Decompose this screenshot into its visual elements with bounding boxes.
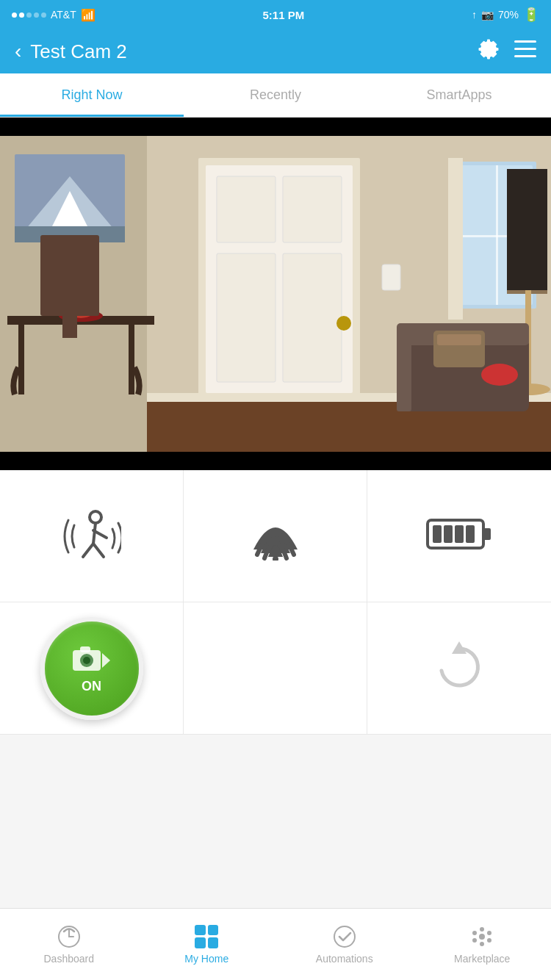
svg-point-42 [481,364,518,386]
dashboard-label: Dashboard [44,953,95,965]
nav-automations[interactable]: Automations [276,909,414,980]
menu-button[interactable] [514,40,536,63]
header: ‹ Test Cam 2 [0,29,551,73]
grid-dot-4 [208,937,219,948]
motion-sensor-cell[interactable] [0,470,184,602]
bluetooth-icon: 📷 [481,9,494,21]
svg-rect-25 [217,253,276,382]
tab-recently[interactable]: Recently [184,73,367,117]
svg-line-45 [93,523,96,544]
svg-rect-43 [382,264,400,290]
svg-rect-41 [437,334,481,345]
marketplace-label: Marketplace [454,953,510,965]
grid-dot-1 [195,925,206,936]
svg-marker-60 [102,653,110,668]
svg-rect-59 [80,646,90,652]
battery-cell[interactable] [367,470,551,602]
settings-button[interactable] [478,38,500,65]
nav-my-home[interactable]: My Home [138,909,276,980]
svg-rect-55 [466,525,475,543]
automations-label: Automations [316,953,373,965]
status-left: AT&T 📶 [12,8,96,22]
refresh-icon [430,638,489,696]
svg-point-64 [479,934,485,940]
wifi-icon: 📶 [81,8,96,22]
svg-rect-52 [433,525,442,543]
tabs: Right Now Recently SmartApps [0,73,551,118]
battery-icon-status: 🔋 [523,7,539,23]
back-button[interactable]: ‹ [15,41,21,62]
camera-on-button[interactable]: ON [40,617,143,720]
tab-smartapps[interactable]: SmartApps [367,73,551,117]
svg-point-66 [480,942,484,946]
svg-rect-1 [514,48,536,50]
battery-level-icon [426,514,492,555]
svg-rect-0 [514,40,536,43]
svg-point-68 [487,931,491,935]
status-time: 5:11 PM [263,9,305,21]
refresh-cell[interactable] [367,602,551,735]
svg-rect-53 [444,525,453,543]
svg-rect-19 [40,235,99,316]
camera-view [0,118,551,470]
svg-point-69 [472,938,477,943]
svg-point-63 [334,926,355,947]
signal-icon [250,509,301,561]
svg-rect-32 [448,158,463,320]
svg-rect-24 [283,176,342,242]
dot-2 [19,12,24,18]
svg-rect-15 [129,325,134,394]
nav-marketplace[interactable]: Marketplace [414,909,552,980]
empty-cell [184,602,367,735]
camera-toggle-cell[interactable]: ON [0,602,184,735]
battery-icon-container [426,514,492,558]
signal-dots [12,12,46,18]
camera-on-icon [71,643,112,676]
signal-cell[interactable] [184,470,367,602]
battery-percent: 70% [498,9,519,21]
status-right: ↑ 📷 70% 🔋 [472,7,539,23]
dashboard-icon [57,925,81,948]
dot-4 [34,12,39,18]
controls-grid: ON [0,470,551,735]
marketplace-icon [470,925,494,948]
refresh-icon-container [430,638,489,699]
bottom-nav: Dashboard My Home Automations Marketp [0,908,551,980]
svg-rect-54 [455,525,464,543]
automations-icon [333,925,356,948]
svg-rect-39 [397,331,411,411]
svg-rect-26 [283,253,342,382]
svg-rect-4 [0,452,551,470]
motion-icon [62,507,121,566]
grid-dot-2 [208,925,219,936]
my-home-icon [195,925,218,948]
nav-dashboard[interactable]: Dashboard [0,909,138,980]
svg-point-67 [472,931,477,935]
svg-line-47 [93,544,104,557]
camera-on-label: ON [82,679,101,694]
svg-point-58 [83,657,90,664]
tab-right-now[interactable]: Right Now [0,73,184,117]
status-bar: AT&T 📶 5:11 PM ↑ 📷 70% 🔋 [0,0,551,29]
svg-point-27 [336,316,351,331]
my-home-label: My Home [184,953,228,965]
camera-feed [0,118,551,470]
dot-5 [41,12,46,18]
dot-3 [26,12,32,18]
svg-rect-20 [62,316,77,338]
svg-point-44 [90,511,101,523]
motion-icon-container [62,507,121,566]
svg-rect-2 [514,55,536,57]
carrier-label: AT&T [51,9,76,21]
page-title: Test Cam 2 [30,40,127,63]
svg-point-65 [480,927,484,932]
svg-rect-23 [217,176,276,242]
svg-rect-3 [0,118,551,136]
svg-rect-51 [483,528,491,540]
dot-1 [12,12,17,18]
svg-line-46 [83,544,93,557]
svg-marker-34 [507,169,547,290]
grid-dot-3 [195,937,206,948]
svg-rect-14 [18,325,24,394]
location-icon: ↑ [472,9,477,21]
